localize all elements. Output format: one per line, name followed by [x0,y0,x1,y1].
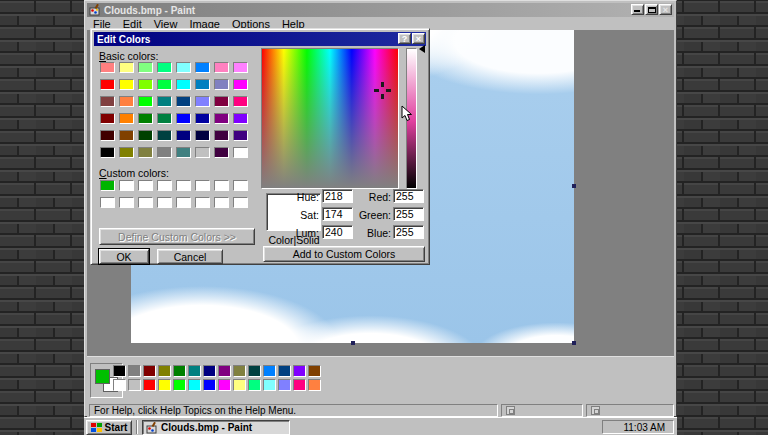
minimize-button[interactable] [631,4,644,15]
basic-color-swatch[interactable] [233,113,248,124]
palette-color-swatch[interactable] [113,379,126,391]
basic-color-swatch[interactable] [157,147,172,158]
custom-color-swatch[interactable] [100,180,115,191]
custom-color-swatch[interactable] [157,180,172,191]
basic-color-swatch[interactable] [176,147,191,158]
basic-color-swatch[interactable] [233,79,248,90]
hue-saturation-field[interactable] [261,48,399,189]
palette-color-swatch[interactable] [218,379,231,391]
add-to-custom-colors-button[interactable]: Add to Custom Colors [263,246,425,262]
lum-input[interactable] [322,225,353,239]
taskbar-clock[interactable]: 11:03 AM [602,420,674,434]
palette-color-swatch[interactable] [188,365,201,377]
palette-color-swatch[interactable] [233,379,246,391]
palette-color-swatch[interactable] [278,379,291,391]
basic-color-swatch[interactable] [176,79,191,90]
palette-color-swatch[interactable] [143,365,156,377]
luminance-slider-arrow[interactable] [419,45,425,53]
custom-color-swatch[interactable] [214,180,229,191]
palette-color-swatch[interactable] [308,365,321,377]
basic-color-swatch[interactable] [100,113,115,124]
custom-color-swatch[interactable] [138,180,153,191]
custom-color-swatch[interactable] [195,197,210,208]
basic-color-swatch[interactable] [157,96,172,107]
basic-color-swatch[interactable] [100,79,115,90]
basic-color-swatch[interactable] [119,79,134,90]
basic-color-swatch[interactable] [214,62,229,73]
basic-color-swatch[interactable] [138,96,153,107]
basic-color-swatch[interactable] [195,79,210,90]
basic-color-swatch[interactable] [157,79,172,90]
palette-color-swatch[interactable] [173,379,186,391]
basic-color-swatch[interactable] [100,62,115,73]
palette-color-swatch[interactable] [263,379,276,391]
canvas-resize-handle-right[interactable] [572,184,576,188]
basic-color-swatch[interactable] [176,130,191,141]
custom-color-swatch[interactable] [176,197,191,208]
ok-button[interactable]: OK [99,249,149,264]
dialog-close-button[interactable]: × [412,33,425,44]
palette-color-swatch[interactable] [158,365,171,377]
basic-color-swatch[interactable] [214,113,229,124]
basic-color-swatch[interactable] [119,147,134,158]
basic-color-swatch[interactable] [195,130,210,141]
sat-input[interactable] [322,207,353,221]
task-button-paint[interactable]: Clouds.bmp - Paint [142,420,290,435]
custom-color-swatch[interactable] [119,180,134,191]
palette-color-swatch[interactable] [128,365,141,377]
basic-color-swatch[interactable] [195,147,210,158]
palette-color-swatch[interactable] [278,365,291,377]
canvas-resize-handle-bottom[interactable] [351,341,355,345]
palette-color-swatch[interactable] [203,365,216,377]
foreground-color-swatch[interactable] [95,369,110,384]
basic-color-swatch[interactable] [138,113,153,124]
palette-color-swatch[interactable] [188,379,201,391]
close-button[interactable]: × [659,4,672,15]
basic-color-swatch[interactable] [176,62,191,73]
palette-color-swatch[interactable] [203,379,216,391]
basic-color-swatch[interactable] [157,130,172,141]
hue-input[interactable] [322,189,353,203]
basic-color-swatch[interactable] [119,113,134,124]
basic-color-swatch[interactable] [195,113,210,124]
palette-color-swatch[interactable] [233,365,246,377]
basic-color-swatch[interactable] [157,62,172,73]
basic-color-swatch[interactable] [119,62,134,73]
basic-color-swatch[interactable] [233,130,248,141]
palette-color-swatch[interactable] [248,379,261,391]
blue-input[interactable] [393,225,424,239]
dialog-titlebar[interactable]: Edit Colors ? × [94,32,426,46]
cancel-button[interactable]: Cancel [157,249,223,264]
palette-color-swatch[interactable] [218,365,231,377]
basic-color-swatch[interactable] [119,130,134,141]
basic-color-swatch[interactable] [214,96,229,107]
basic-color-swatch[interactable] [138,147,153,158]
green-input[interactable] [393,207,424,221]
custom-color-swatch[interactable] [138,197,153,208]
basic-color-swatch[interactable] [233,62,248,73]
custom-color-swatch[interactable] [176,180,191,191]
palette-color-swatch[interactable] [308,379,321,391]
custom-color-swatch[interactable] [119,197,134,208]
basic-color-swatch[interactable] [195,62,210,73]
palette-color-swatch[interactable] [293,365,306,377]
basic-color-swatch[interactable] [176,113,191,124]
basic-color-swatch[interactable] [100,130,115,141]
custom-color-swatch[interactable] [233,180,248,191]
palette-color-swatch[interactable] [143,379,156,391]
basic-color-swatch[interactable] [138,79,153,90]
basic-color-swatch[interactable] [214,130,229,141]
basic-color-swatch[interactable] [214,147,229,158]
basic-color-swatch[interactable] [157,113,172,124]
paint-titlebar[interactable]: Clouds.bmp - Paint × [87,3,674,17]
palette-color-swatch[interactable] [263,365,276,377]
palette-color-swatch[interactable] [248,365,261,377]
canvas-resize-handle-corner[interactable] [572,341,576,345]
custom-color-swatch[interactable] [195,180,210,191]
basic-color-swatch[interactable] [233,147,248,158]
basic-color-swatch[interactable] [138,130,153,141]
dialog-help-button[interactable]: ? [398,33,411,44]
palette-color-swatch[interactable] [113,365,126,377]
color-picker-crosshair[interactable] [374,82,391,99]
basic-color-swatch[interactable] [176,96,191,107]
